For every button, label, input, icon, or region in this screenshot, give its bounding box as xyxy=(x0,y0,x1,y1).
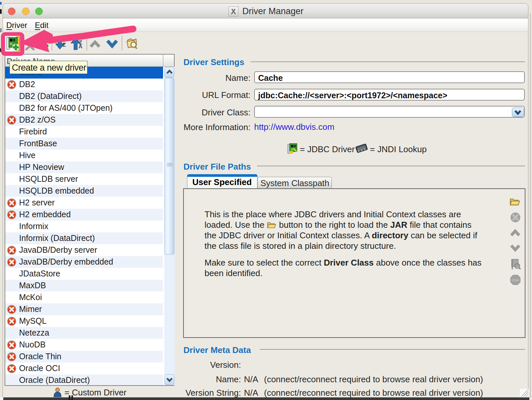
svg-text:STOP: STOP xyxy=(511,279,519,282)
